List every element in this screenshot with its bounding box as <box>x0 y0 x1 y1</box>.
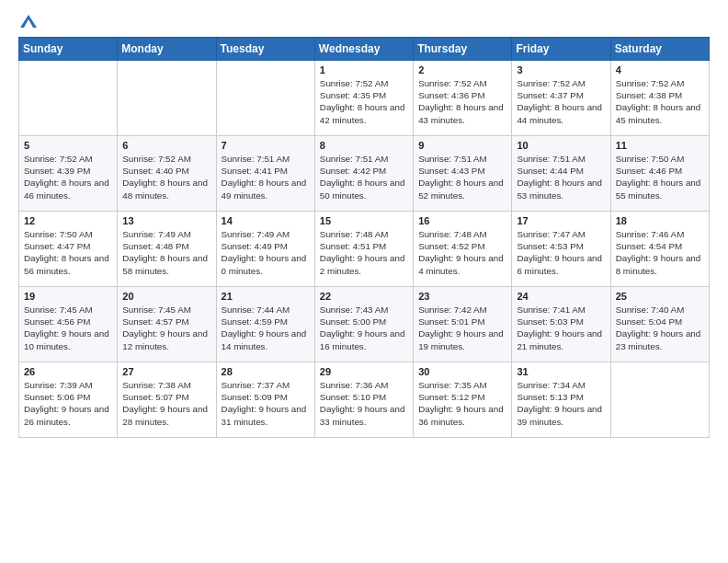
calendar-cell-w2-d1: 6Sunrise: 7:52 AM Sunset: 4:40 PM Daylig… <box>118 136 216 212</box>
calendar-cell-w4-d4: 23Sunrise: 7:42 AM Sunset: 5:01 PM Dayli… <box>414 287 512 362</box>
calendar-cell-w2-d2: 7Sunrise: 7:51 AM Sunset: 4:41 PM Daylig… <box>216 136 314 212</box>
day-info: Sunrise: 7:52 AM Sunset: 4:40 PM Dayligh… <box>122 153 210 201</box>
calendar-cell-w5-d1: 27Sunrise: 7:38 AM Sunset: 5:07 PM Dayli… <box>118 362 216 438</box>
day-number: 21 <box>222 291 310 302</box>
day-info: Sunrise: 7:46 AM Sunset: 4:54 PM Dayligh… <box>616 228 704 277</box>
day-number: 5 <box>24 140 112 151</box>
day-info: Sunrise: 7:51 AM Sunset: 4:44 PM Dayligh… <box>517 153 605 201</box>
day-info: Sunrise: 7:37 AM Sunset: 5:09 PM Dayligh… <box>222 379 310 428</box>
day-number: 17 <box>517 215 605 226</box>
day-number: 20 <box>122 291 210 302</box>
calendar-cell-w5-d0: 26Sunrise: 7:39 AM Sunset: 5:06 PM Dayli… <box>19 362 118 438</box>
day-info: Sunrise: 7:50 AM Sunset: 4:46 PM Dayligh… <box>616 153 704 201</box>
day-info: Sunrise: 7:52 AM Sunset: 4:37 PM Dayligh… <box>517 77 605 126</box>
calendar-cell-w3-d2: 14Sunrise: 7:49 AM Sunset: 4:49 PM Dayli… <box>216 212 314 287</box>
day-info: Sunrise: 7:49 AM Sunset: 4:48 PM Dayligh… <box>122 228 210 277</box>
calendar-cell-w3-d6: 18Sunrise: 7:46 AM Sunset: 4:54 PM Dayli… <box>610 212 709 287</box>
calendar-cell-w1-d0 <box>19 61 118 136</box>
day-number: 2 <box>418 64 506 75</box>
calendar-cell-w1-d5: 3Sunrise: 7:52 AM Sunset: 4:37 PM Daylig… <box>512 61 610 136</box>
day-info: Sunrise: 7:36 AM Sunset: 5:10 PM Dayligh… <box>320 379 408 428</box>
logo-icon <box>20 15 37 28</box>
day-info: Sunrise: 7:48 AM Sunset: 4:52 PM Dayligh… <box>418 228 506 277</box>
page: Sunday Monday Tuesday Wednesday Thursday… <box>0 0 728 563</box>
day-info: Sunrise: 7:52 AM Sunset: 4:38 PM Dayligh… <box>616 77 704 126</box>
day-number: 3 <box>517 64 605 75</box>
day-info: Sunrise: 7:51 AM Sunset: 4:41 PM Dayligh… <box>222 153 310 201</box>
day-info: Sunrise: 7:52 AM Sunset: 4:36 PM Dayligh… <box>418 77 506 126</box>
calendar-cell-w2-d4: 9Sunrise: 7:51 AM Sunset: 4:43 PM Daylig… <box>414 136 512 212</box>
calendar-cell-w1-d3: 1Sunrise: 7:52 AM Sunset: 4:35 PM Daylig… <box>314 61 413 136</box>
calendar-table: Sunday Monday Tuesday Wednesday Thursday… <box>18 37 710 438</box>
calendar-cell-w1-d4: 2Sunrise: 7:52 AM Sunset: 4:36 PM Daylig… <box>414 61 512 136</box>
week-row-2: 5Sunrise: 7:52 AM Sunset: 4:39 PM Daylig… <box>19 136 710 212</box>
day-number: 16 <box>418 215 506 226</box>
calendar-cell-w2-d5: 10Sunrise: 7:51 AM Sunset: 4:44 PM Dayli… <box>512 136 610 212</box>
day-number: 19 <box>24 291 112 302</box>
calendar-cell-w4-d0: 19Sunrise: 7:45 AM Sunset: 4:56 PM Dayli… <box>19 287 118 362</box>
header <box>18 15 710 28</box>
day-info: Sunrise: 7:45 AM Sunset: 4:57 PM Dayligh… <box>122 304 210 352</box>
day-info: Sunrise: 7:45 AM Sunset: 4:56 PM Dayligh… <box>24 304 112 352</box>
day-number: 22 <box>320 291 408 302</box>
col-sunday: Sunday <box>19 38 118 61</box>
calendar-cell-w2-d0: 5Sunrise: 7:52 AM Sunset: 4:39 PM Daylig… <box>19 136 118 212</box>
day-info: Sunrise: 7:44 AM Sunset: 4:59 PM Dayligh… <box>222 304 310 352</box>
calendar-cell-w3-d0: 12Sunrise: 7:50 AM Sunset: 4:47 PM Dayli… <box>19 212 118 287</box>
day-number: 1 <box>320 64 408 75</box>
day-number: 27 <box>122 366 210 377</box>
day-number: 15 <box>320 215 408 226</box>
col-thursday: Thursday <box>414 38 512 61</box>
day-number: 12 <box>24 215 112 226</box>
day-number: 9 <box>418 140 506 151</box>
calendar-cell-w5-d6 <box>610 362 709 438</box>
day-number: 28 <box>222 366 310 377</box>
calendar-header-row: Sunday Monday Tuesday Wednesday Thursday… <box>19 38 710 61</box>
logo <box>18 15 37 28</box>
week-row-1: 1Sunrise: 7:52 AM Sunset: 4:35 PM Daylig… <box>19 61 710 136</box>
day-info: Sunrise: 7:51 AM Sunset: 4:42 PM Dayligh… <box>320 153 408 201</box>
day-number: 31 <box>517 366 605 377</box>
day-info: Sunrise: 7:42 AM Sunset: 5:01 PM Dayligh… <box>418 304 506 352</box>
day-info: Sunrise: 7:48 AM Sunset: 4:51 PM Dayligh… <box>320 228 408 277</box>
day-number: 29 <box>320 366 408 377</box>
day-info: Sunrise: 7:41 AM Sunset: 5:03 PM Dayligh… <box>517 304 605 352</box>
calendar-cell-w2-d6: 11Sunrise: 7:50 AM Sunset: 4:46 PM Dayli… <box>610 136 709 212</box>
day-number: 24 <box>517 291 605 302</box>
col-friday: Friday <box>512 38 610 61</box>
calendar-cell-w1-d2 <box>216 61 314 136</box>
day-info: Sunrise: 7:50 AM Sunset: 4:47 PM Dayligh… <box>24 228 112 277</box>
calendar-cell-w4-d2: 21Sunrise: 7:44 AM Sunset: 4:59 PM Dayli… <box>216 287 314 362</box>
calendar-cell-w4-d5: 24Sunrise: 7:41 AM Sunset: 5:03 PM Dayli… <box>512 287 610 362</box>
calendar-cell-w4-d1: 20Sunrise: 7:45 AM Sunset: 4:57 PM Dayli… <box>118 287 216 362</box>
week-row-5: 26Sunrise: 7:39 AM Sunset: 5:06 PM Dayli… <box>19 362 710 438</box>
day-number: 26 <box>24 366 112 377</box>
day-number: 23 <box>418 291 506 302</box>
calendar-cell-w2-d3: 8Sunrise: 7:51 AM Sunset: 4:42 PM Daylig… <box>314 136 413 212</box>
col-tuesday: Tuesday <box>216 38 314 61</box>
col-wednesday: Wednesday <box>314 38 413 61</box>
day-info: Sunrise: 7:43 AM Sunset: 5:00 PM Dayligh… <box>320 304 408 352</box>
calendar-cell-w5-d5: 31Sunrise: 7:34 AM Sunset: 5:13 PM Dayli… <box>512 362 610 438</box>
calendar-cell-w3-d1: 13Sunrise: 7:49 AM Sunset: 4:48 PM Dayli… <box>118 212 216 287</box>
calendar-cell-w3-d3: 15Sunrise: 7:48 AM Sunset: 4:51 PM Dayli… <box>314 212 413 287</box>
day-info: Sunrise: 7:51 AM Sunset: 4:43 PM Dayligh… <box>418 153 506 201</box>
day-number: 11 <box>616 140 704 151</box>
day-info: Sunrise: 7:49 AM Sunset: 4:49 PM Dayligh… <box>222 228 310 277</box>
day-number: 6 <box>122 140 210 151</box>
calendar-cell-w5-d3: 29Sunrise: 7:36 AM Sunset: 5:10 PM Dayli… <box>314 362 413 438</box>
day-number: 13 <box>122 215 210 226</box>
day-number: 7 <box>222 140 310 151</box>
calendar-cell-w1-d1 <box>118 61 216 136</box>
calendar-cell-w5-d4: 30Sunrise: 7:35 AM Sunset: 5:12 PM Dayli… <box>414 362 512 438</box>
day-info: Sunrise: 7:47 AM Sunset: 4:53 PM Dayligh… <box>517 228 605 277</box>
calendar-cell-w1-d6: 4Sunrise: 7:52 AM Sunset: 4:38 PM Daylig… <box>610 61 709 136</box>
day-number: 14 <box>222 215 310 226</box>
day-info: Sunrise: 7:35 AM Sunset: 5:12 PM Dayligh… <box>418 379 506 428</box>
calendar-cell-w4-d3: 22Sunrise: 7:43 AM Sunset: 5:00 PM Dayli… <box>314 287 413 362</box>
week-row-4: 19Sunrise: 7:45 AM Sunset: 4:56 PM Dayli… <box>19 287 710 362</box>
day-number: 30 <box>418 366 506 377</box>
day-info: Sunrise: 7:52 AM Sunset: 4:35 PM Dayligh… <box>320 77 408 126</box>
week-row-3: 12Sunrise: 7:50 AM Sunset: 4:47 PM Dayli… <box>19 212 710 287</box>
day-number: 8 <box>320 140 408 151</box>
